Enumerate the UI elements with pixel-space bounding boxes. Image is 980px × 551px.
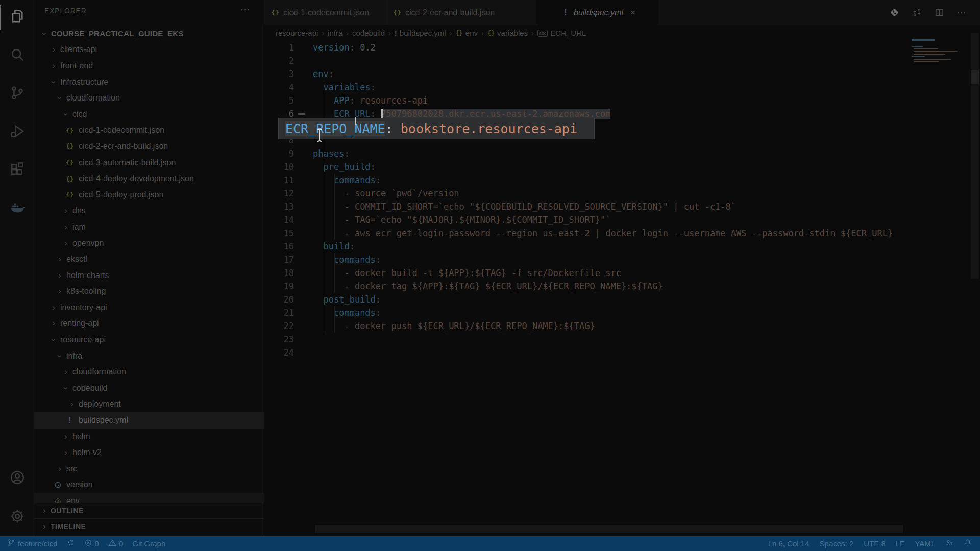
code-line-2[interactable]: 2	[264, 54, 980, 67]
tree-item-cicd-3-automatic-build.json[interactable]: {}cicd-3-automatic-build.json	[34, 155, 264, 171]
code-line-16[interactable]: 16 build:	[264, 240, 980, 253]
tree-item-cicd[interactable]: ›cicd	[34, 106, 264, 122]
tree-item-iam[interactable]: ›iam	[34, 219, 264, 235]
code-line-18[interactable]: 18 - docker build -t ${APP}:${TAG} -f sr…	[264, 266, 980, 280]
code-line-20[interactable]: 20 post_build:	[264, 293, 980, 306]
line-number: 18	[264, 266, 294, 280]
horizontal-scrollbar[interactable]	[315, 525, 903, 533]
json-file-icon: {}	[65, 191, 75, 198]
tree-item-resource-api[interactable]: ›resource-api	[34, 332, 264, 348]
tree-item-buildspec.yml[interactable]: !buildspec.yml	[34, 412, 264, 429]
code-line-13[interactable]: 13 - COMMIT_ID_SHORT=`echo "${CODEBUILD_…	[264, 200, 980, 213]
section-timeline[interactable]: ›TIMELINE	[34, 518, 264, 534]
tab-cicd-2-ecr-and-build.json[interactable]: {}cicd-2-ecr-and-build.json	[386, 0, 537, 25]
docker-icon	[10, 200, 25, 217]
open-changes-icon[interactable]	[912, 8, 922, 18]
tree-item-helm[interactable]: ›helm	[34, 429, 264, 445]
status-eol[interactable]: LF	[896, 539, 905, 548]
tree-item-front-end[interactable]: ›front-end	[34, 58, 264, 74]
code-line-14[interactable]: 14 - TAG=`echo "${MAJOR}.${MINOR}.${COMM…	[264, 213, 980, 227]
activity-item-source-control[interactable]	[0, 81, 34, 107]
code-line-15[interactable]: 15 - aws ecr get-login-password --region…	[264, 227, 980, 240]
status-warnings[interactable]: 0	[108, 539, 123, 548]
status-errors[interactable]: 0	[84, 539, 99, 548]
activity-item-docker[interactable]	[0, 195, 34, 222]
more-actions-icon[interactable]: ⋯	[957, 8, 967, 18]
tab-cicd-1-codecommit.json[interactable]: {}cicd-1-codecommit.json	[264, 0, 386, 25]
code-line-4[interactable]: 4 variables:	[264, 81, 980, 94]
tree-item-k8s-tooling[interactable]: ›k8s-tooling	[34, 284, 264, 300]
tab-buildspec.yml[interactable]: !buildspec.yml×	[537, 0, 658, 25]
tree-item-inventory-api[interactable]: ›inventory-api	[34, 299, 264, 316]
line-number: 19	[264, 280, 294, 293]
code-line-24[interactable]: 24	[264, 346, 980, 359]
status-git-graph[interactable]: Git Graph	[132, 539, 165, 548]
code-line-12[interactable]: 12 - source `pwd`/version	[264, 187, 980, 200]
tree-item-renting-api[interactable]: ›renting-api	[34, 316, 264, 332]
status-encoding[interactable]: UTF-8	[864, 539, 886, 548]
breadcrumb-item-variables[interactable]: {}variables	[487, 29, 528, 37]
status-language-mode[interactable]: YAML	[915, 539, 935, 548]
json-file-icon: {}	[65, 175, 75, 183]
tree-item-eksctl[interactable]: ›eksctl	[34, 251, 264, 267]
vertical-scrollbar[interactable]	[971, 33, 979, 279]
status-right: Ln 6, Col 14Spaces: 2UTF-8LFYAML	[768, 536, 980, 551]
code-line-21[interactable]: 21 commands:	[264, 306, 980, 319]
tree-item-helm-charts[interactable]: ›helm-charts	[34, 267, 264, 284]
status-notifications[interactable]	[964, 539, 972, 548]
tree-item-src[interactable]: ›src	[34, 461, 264, 477]
status-cursor-position[interactable]: Ln 6, Col 14	[768, 539, 810, 548]
tree-item-cicd-4-deploy-development.json[interactable]: {}cicd-4-deploy-development.json	[34, 170, 264, 187]
code-line-11[interactable]: 11 commands:	[264, 173, 980, 187]
tree-item-clients-api[interactable]: ›clients-api	[34, 42, 264, 58]
tree-item-version[interactable]: version	[34, 477, 264, 493]
breadcrumb-item-resource-api[interactable]: resource-api	[276, 29, 318, 37]
activity-item-extensions[interactable]	[0, 157, 34, 184]
code-line-17[interactable]: 17 commands:	[264, 253, 980, 266]
tree-item-Infrastructure[interactable]: ›Infrastructure	[34, 74, 264, 90]
tree-item-deployment[interactable]: ›deployment	[34, 396, 264, 413]
tree-item-codebuild[interactable]: ›codebuild	[34, 380, 264, 396]
tree-item-cicd-5-deploy-prod.json[interactable]: {}cicd-5-deploy-prod.json	[34, 187, 264, 203]
code-line-22[interactable]: 22 - docker push ${ECR_URL}/${ECR_REPO_N…	[264, 319, 980, 333]
status-git-branch[interactable]: feature/cicd	[7, 539, 58, 548]
code-line-19[interactable]: 19 - docker tag ${APP}:${TAG} ${ECR_URL}…	[264, 280, 980, 293]
git-graph-icon[interactable]	[889, 8, 899, 18]
tree-item-env[interactable]: env	[34, 493, 264, 503]
tree-item-cicd-1-codecommit.json[interactable]: {}cicd-1-codecommit.json	[34, 122, 264, 139]
zoom-callout: ECR_REPO_NAME: bookstore.resources-api	[278, 118, 595, 139]
status-feedback[interactable]	[945, 539, 953, 548]
more-actions-icon[interactable]: ⋯	[240, 4, 251, 15]
code-editor[interactable]: 1version: 0.223env:4 variables:5 APP: re…	[264, 41, 980, 525]
activity-item-run-and-debug[interactable]	[0, 119, 34, 145]
code-line-3[interactable]: 3env:	[264, 67, 980, 81]
tree-item-cicd-2-ecr-and-build.json[interactable]: {}cicd-2-ecr-and-build.json	[34, 138, 264, 155]
tree-item-cloudformation[interactable]: ›cloudformation	[34, 90, 264, 106]
code-line-5[interactable]: 5 APP: resources-api	[264, 94, 980, 107]
tree-item-helm-v2[interactable]: ›helm-v2	[34, 444, 264, 461]
activity-item-search[interactable]	[0, 42, 34, 69]
code-line-9[interactable]: 9phases:	[264, 147, 980, 160]
code-line-10[interactable]: 10 pre_build:	[264, 160, 980, 173]
split-editor-icon[interactable]	[934, 8, 944, 18]
tree-item-openvpn[interactable]: ›openvpn	[34, 235, 264, 252]
breadcrumb-separator: ›	[322, 29, 324, 37]
breadcrumb-item-buildspec.yml[interactable]: !buildspec.yml	[395, 29, 446, 37]
breadcrumb-item-infra[interactable]: infra	[328, 29, 342, 37]
activity-item-explorer[interactable]	[0, 4, 34, 31]
tree-item-COURSE_PRACTICAL_GUIDE_EKS[interactable]: ›COURSE_PRACTICAL_GUIDE_EKS	[34, 26, 264, 42]
code-line-23[interactable]: 23	[264, 333, 980, 346]
activity-item-account[interactable]	[0, 465, 34, 492]
status-indentation[interactable]: Spaces: 2	[820, 539, 854, 548]
activity-item-settings[interactable]	[0, 504, 34, 531]
code-line-1[interactable]: 1version: 0.2	[264, 41, 980, 54]
section-outline[interactable]: ›OUTLINE	[34, 503, 264, 518]
breadcrumb-item-env[interactable]: {}env	[455, 29, 478, 37]
tree-item-dns[interactable]: ›dns	[34, 203, 264, 219]
breadcrumb-item-ECR_URL[interactable]: abcECR_URL	[537, 29, 586, 37]
status-sync-changes[interactable]	[67, 539, 75, 548]
tree-item-infra[interactable]: ›infra	[34, 348, 264, 364]
breadcrumb-item-codebuild[interactable]: codebuild	[352, 29, 385, 37]
close-icon[interactable]: ×	[630, 8, 635, 18]
tree-item-cloudformation[interactable]: ›cloudformation	[34, 364, 264, 380]
